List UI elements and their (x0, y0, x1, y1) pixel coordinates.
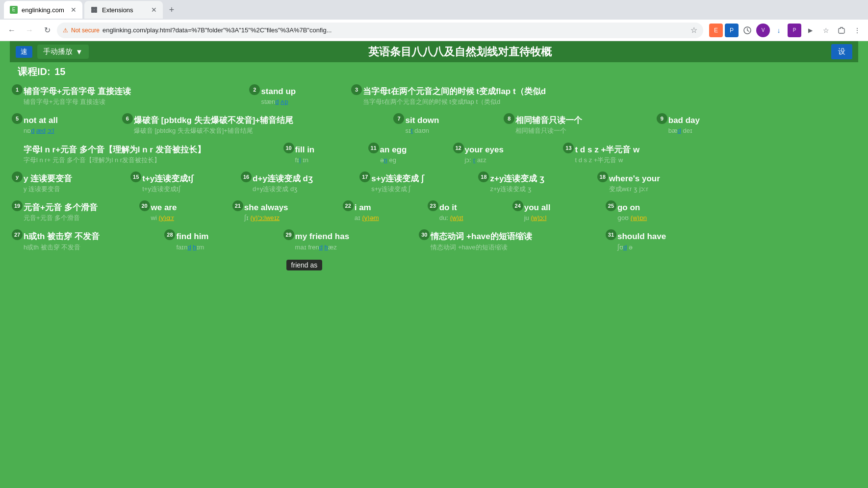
item-2[interactable]: 2 stand up stænd ʌp (247, 81, 349, 110)
dropdown-icon: ▼ (76, 48, 83, 56)
item-27-hth[interactable]: 27 h或th 被击穿 不发音 h或th 被击穿 不发音 (10, 226, 162, 255)
badge-25: 24 (512, 200, 523, 211)
item-lr-main: 字母l n r+元音 多个音【理解为l n r 发音被拉长】 (24, 145, 277, 155)
item-13[interactable]: 13 t d s z +半元音 w t d s z +半元音 w (561, 140, 748, 169)
row-4: y y 连读要变音 y 连读要变音 15 t+y连读变成tʃ t+y连读变成tʃ… (10, 169, 858, 197)
item-9-sub: bæd deɪ (668, 126, 768, 135)
extension-icon-1[interactable]: E (709, 24, 723, 37)
item-8[interactable]: 8 相同辅音只读一个 相同辅音只读一个 (502, 110, 654, 139)
item-21-sub: wi (y)ɑːr (151, 214, 226, 222)
item-1[interactable]: 1 辅音字母+元音字母 直接连读 辅音字母+元音字母 直接连读 (10, 81, 247, 110)
item-24-doit[interactable]: 23 do it duː (w)ɪt (426, 197, 511, 226)
item-30-modal[interactable]: 30 情态动词 +have的短语缩读 情态动词 +have的短语缩读 (417, 226, 604, 255)
item-4[interactable] (731, 81, 858, 90)
tab-bar: E englinking.com ✕ Extensions ✕ + (0, 0, 868, 20)
item-y-change[interactable]: y y 连读要变音 y 连读要变音 (10, 169, 128, 197)
badge-19: 18 (597, 171, 608, 182)
item-19-main: where's your (609, 173, 743, 184)
item-1-sub: 辅音字母+元音字母 直接连读 (24, 98, 242, 106)
item-3[interactable]: 3 当字母t在两个元音之间的时候 t变成flap t（类似d 当字母t在两个元音… (349, 81, 731, 110)
item-20[interactable]: 19 元音+元音 多个滑音 元音+元音 多个滑音 (10, 197, 137, 226)
item-15-main: t+y连读变成tʃ (142, 173, 234, 184)
item-29-sub: maɪ frend hæz (295, 243, 412, 252)
content-grid: 1 辅音字母+元音字母 直接连读 辅音字母+元音字母 直接连读 2 stand … (10, 81, 858, 256)
item-21-we[interactable]: 20 we are wi (y)ɑːr (137, 197, 230, 226)
item-24-main: do it (439, 202, 506, 213)
tab1-favicon: E (10, 6, 18, 14)
item-9[interactable]: 9 bad day bæd deɪ (655, 110, 773, 139)
item-lr-sub: 字母l n r+ 元音 多个音【理解为l n r发音被拉长】 (24, 156, 277, 165)
badge-21: 20 (139, 200, 150, 211)
tab-englinking[interactable]: E englinking.com ✕ (4, 1, 82, 19)
item-18-main: z+y连读变成 ʒ (490, 173, 590, 184)
item-23-iam[interactable]: 22 i am aɪ (y)əm (341, 197, 426, 226)
extensions-button[interactable] (835, 24, 848, 37)
badge-10: 10 (283, 143, 294, 153)
item-23-sub: aɪ (y)əm (355, 214, 421, 222)
item-31-should[interactable]: 31 should have ʃʊd ə (604, 226, 756, 255)
badge-8: 8 (504, 113, 514, 124)
address-bar[interactable]: ⚠ Not secure englinking.com/play.html?da… (57, 23, 703, 38)
item-28-findhim[interactable]: 28 find him faɪnd hɪm (162, 226, 281, 255)
nav-bar: ← → ↻ ⚠ Not secure englinking.com/play.h… (0, 20, 868, 41)
item-14-placeholder[interactable]: 字母l n r+元音 多个音【理解为l n r 发音被拉长】 字母l n r+ … (10, 140, 281, 169)
row-2: 5 not at all nɒd æd ɔːl 6 爆破音 [pbtdkg 失去… (10, 110, 858, 139)
item-29-main: my friend has (295, 231, 412, 242)
extension-icon-2[interactable]: P (725, 24, 739, 37)
item-28-main: find him (176, 231, 276, 242)
menu-button[interactable]: ⋮ (850, 24, 864, 37)
item-18[interactable]: 18 z+y连读变成 ʒ z+y连读变成 ʒ (476, 169, 595, 197)
item-17[interactable]: 17 s+y连读变成 ʃ s+y连读变成 ʃ (357, 169, 476, 197)
bookmark-icon[interactable]: ☆ (690, 25, 697, 35)
item-10[interactable]: 10 fill in fɪl ɪn (281, 140, 366, 169)
header-title: 英语条目八八八及自然划线对直待牧概 (94, 45, 826, 59)
settings-button[interactable]: 设 (831, 44, 852, 59)
item-12-main: your eyes (465, 145, 557, 155)
toolbar-icons: E P V ↓ P ▶ ☆ ⋮ (709, 24, 864, 37)
item-16[interactable]: 16 d+y连读变成 dʒ d+y连读变成 dʒ (239, 169, 357, 197)
item-16-sub: d+y连读变成 dʒ (253, 185, 353, 194)
extension-icon-5[interactable]: ▶ (803, 24, 817, 37)
item-10-main: fill in (295, 145, 361, 155)
item-19-ws[interactable]: 18 where's your 变成wɛr ʒ jɔːr (595, 169, 748, 197)
item-5[interactable]: 5 not at all nɒd æd ɔːl (10, 110, 120, 139)
item-13-main: t d s z +半元音 w (575, 145, 743, 155)
badge-11: 11 (368, 143, 379, 153)
course-id-value: 15 (54, 66, 65, 77)
tab-extensions[interactable]: Extensions ✕ (84, 1, 163, 19)
badge-27: 27 (12, 229, 23, 240)
item-22-main: she always (244, 202, 336, 213)
item-18-sub: z+y连读变成 ʒ (490, 185, 590, 194)
badge-y: y (12, 171, 23, 182)
badge-5: 5 (12, 113, 23, 124)
item-22-she[interactable]: 21 she always ʃɪ (y)'ɔːlweɪz (230, 197, 341, 226)
new-tab-button[interactable]: + (165, 3, 179, 17)
item-1-main: 辅音字母+元音字母 直接连读 (24, 86, 242, 97)
item-25-youall[interactable]: 24 you all ju (w)ɔːl (511, 197, 604, 226)
item-11-main: an egg (380, 145, 446, 155)
tab1-close[interactable]: ✕ (71, 6, 77, 14)
address-icons: ☆ (690, 25, 697, 35)
item-6[interactable]: 6 爆破音 [pbtdkg 失去爆破不发音]+辅音结尾 爆破音 [pbtdkg … (120, 110, 392, 139)
reload-button[interactable]: ↻ (39, 23, 55, 38)
badge-24: 23 (428, 200, 438, 211)
extension-icon-vpn[interactable]: V (756, 24, 770, 37)
item-29-friend[interactable]: 29 my friend has maɪ frend hæz friend as (281, 226, 417, 255)
svg-rect-3 (94, 10, 97, 13)
extension-icon-download[interactable]: ↓ (772, 24, 786, 37)
tab2-close[interactable]: ✕ (151, 6, 157, 14)
forward-button[interactable]: → (22, 23, 37, 38)
item-12[interactable]: 12 your eyes jɔː r aɪz (451, 140, 562, 169)
tab1-label: englinking.com (22, 6, 64, 14)
item-11[interactable]: 11 an egg ən eg (366, 140, 451, 169)
back-button[interactable]: ← (4, 23, 20, 38)
item-26-goon[interactable]: 25 go on ɡoʊ (w)ɒn (604, 197, 697, 226)
extension-icon-4[interactable]: P (788, 24, 801, 37)
item-17-sub: s+y连读变成 ʃ (371, 185, 471, 194)
item-7[interactable]: 7 sit down sɪt daʊn (391, 110, 502, 139)
item-15-sub: t+y连读变成tʃ (142, 185, 234, 194)
mode-selector[interactable]: 手动播放 ▼ (37, 45, 89, 59)
extension-icon-3[interactable] (740, 24, 754, 37)
item-15[interactable]: 15 t+y连读变成tʃ t+y连读变成tʃ (128, 169, 239, 197)
extension-icon-6[interactable]: ☆ (819, 24, 833, 37)
